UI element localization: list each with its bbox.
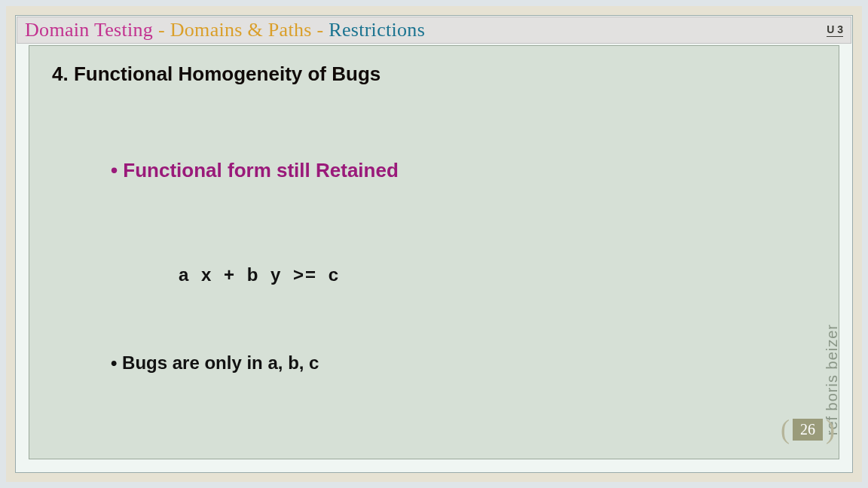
title-part-1: Domain Testing [25,19,158,41]
page-number: 26 [793,419,823,441]
title-part-3: Restrictions [329,19,425,41]
title-part-2: - Domains & Paths - [158,19,329,41]
slide-frame: Domain Testing - Domains & Paths - Restr… [0,0,868,488]
header-bar: Domain Testing - Domains & Paths - Restr… [17,17,851,44]
bullet-functional-form: • Functional form still Retained [111,159,399,182]
bullet-bugs-abc: • Bugs are only in a, b, c [111,352,319,374]
section-heading: 4. Functional Homogeneity of Bugs [52,63,381,86]
formula-text: a x + b y >= c [179,264,340,285]
content-panel: 4. Functional Homogeneity of Bugs • Func… [29,45,839,459]
unit-label: U 3 [827,23,843,37]
slide-title: Domain Testing - Domains & Paths - Restr… [25,19,425,41]
page-badge: ( 26 ) [781,416,835,443]
bracket-right-icon: ) [826,416,835,443]
bracket-left-icon: ( [781,416,790,443]
